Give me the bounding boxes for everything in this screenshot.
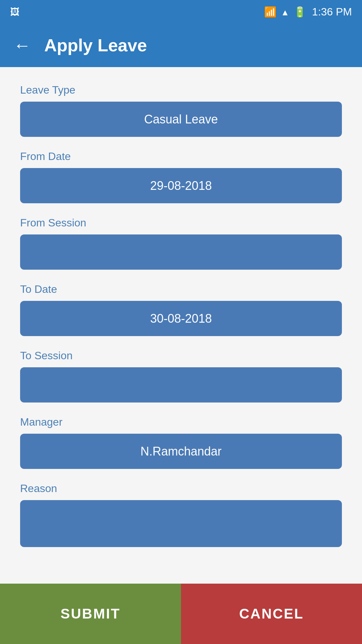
to-date-group: To Date 30-08-2018 xyxy=(20,283,342,336)
to-session-group: To Session xyxy=(20,350,342,402)
submit-button[interactable]: SUBMIT xyxy=(0,584,181,644)
manager-value: N.Ramchandar xyxy=(140,444,222,459)
status-bar: 🖼 📶 ▴ 🔋 1:36 PM xyxy=(0,0,362,23)
from-session-label: From Session xyxy=(20,217,342,229)
reason-group: Reason xyxy=(20,482,342,547)
back-button[interactable]: ← xyxy=(13,37,31,54)
from-session-field[interactable] xyxy=(20,234,342,270)
app-bar: ← Apply Leave xyxy=(0,23,362,67)
to-session-label: To Session xyxy=(20,350,342,362)
from-date-field[interactable]: 29-08-2018 xyxy=(20,168,342,203)
to-session-field[interactable] xyxy=(20,367,342,402)
to-date-value: 30-08-2018 xyxy=(150,312,212,326)
from-date-group: From Date 29-08-2018 xyxy=(20,150,342,203)
from-date-label: From Date xyxy=(20,150,342,163)
wifi-icon: 📶 xyxy=(264,6,277,18)
manager-field[interactable]: N.Ramchandar xyxy=(20,434,342,469)
reason-field[interactable] xyxy=(20,500,342,547)
photo-icon: 🖼 xyxy=(10,6,19,17)
form-content: Leave Type Casual Leave From Date 29-08-… xyxy=(0,67,362,584)
manager-label: Manager xyxy=(20,416,342,428)
cancel-button[interactable]: CANCEL xyxy=(181,584,362,644)
to-date-field[interactable]: 30-08-2018 xyxy=(20,301,342,336)
bottom-action-bar: SUBMIT CANCEL xyxy=(0,584,362,644)
leave-type-group: Leave Type Casual Leave xyxy=(20,84,342,137)
battery-icon: 🔋 xyxy=(294,6,306,18)
signal-icon: ▴ xyxy=(283,6,288,18)
status-time: 1:36 PM xyxy=(312,6,352,18)
from-session-group: From Session xyxy=(20,217,342,270)
leave-type-label: Leave Type xyxy=(20,84,342,96)
reason-label: Reason xyxy=(20,482,342,495)
page-title: Apply Leave xyxy=(44,35,147,55)
leave-type-field[interactable]: Casual Leave xyxy=(20,102,342,137)
leave-type-value: Casual Leave xyxy=(144,112,218,126)
manager-group: Manager N.Ramchandar xyxy=(20,416,342,469)
to-date-label: To Date xyxy=(20,283,342,296)
from-date-value: 29-08-2018 xyxy=(150,179,212,193)
